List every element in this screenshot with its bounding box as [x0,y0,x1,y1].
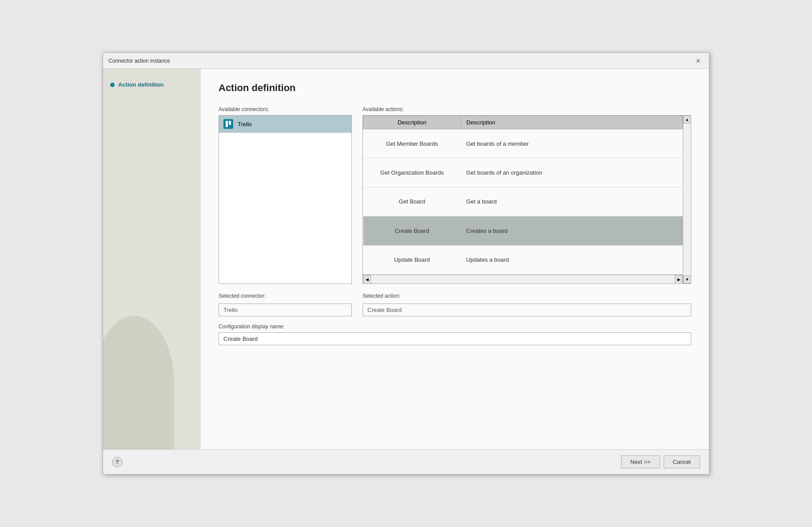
vertical-scrollbar: ▲ ▼ [683,116,691,283]
selected-fields-section: Selected connector: Selected action: [219,293,691,316]
horizontal-scrollbar: ◀ ▶ [363,275,683,283]
action-row-2[interactable]: Get Board Get a board [363,187,683,216]
main-content: Action definition Available connectors: [201,69,709,449]
next-button[interactable]: Next >> [621,455,660,468]
action-desc-2: Get a board [461,187,683,216]
selected-action-label: Selected action: [362,293,691,299]
sidebar-decoration [103,316,174,449]
selected-connector-label: Selected connector: [219,293,352,299]
config-display-name-label: Configuration display name: [219,323,691,330]
col-header-name: Description [363,116,461,129]
main-area: Action definition Action definition Avai… [103,69,709,449]
actions-table-outer: Description Description Get Member Board… [362,115,691,284]
connector-trello[interactable]: Trello [219,116,351,133]
connector-name: Trello [238,121,252,128]
action-row-4[interactable]: Update Board Updates a board [363,245,683,274]
title-bar: Connector action instance ✕ [103,53,709,69]
action-row-3[interactable]: Create Board Creates a board [363,216,683,245]
dialog-window: Connector action instance ✕ Action defin… [103,52,709,475]
action-desc-0: Get boards of a member [461,129,683,158]
selected-connector-input[interactable] [219,303,352,316]
trello-icon-inner [226,121,231,127]
config-display-name-input[interactable] [219,332,691,345]
selected-action-input[interactable] [362,303,691,316]
page-title: Action definition [219,82,691,94]
scroll-vertical-track [683,124,691,275]
help-button[interactable]: ? [112,457,123,467]
selected-action-group: Selected action: [362,293,691,316]
actions-panel: Available actions: Description Descripti… [362,106,691,284]
actions-label: Available actions: [362,106,691,112]
trello-icon [223,119,233,129]
action-name-0: Get Member Boards [363,129,461,158]
action-name-4: Update Board [363,245,461,274]
action-name-2: Get Board [363,187,461,216]
connectors-actions-section: Available connectors: Trello [219,106,691,284]
config-section: Configuration display name: [219,323,691,345]
trello-bar-left [226,121,228,127]
action-desc-1: Get boards of an organization [461,158,683,187]
scroll-up-button[interactable]: ▲ [683,116,691,124]
sidebar-dot-icon [110,83,115,87]
action-desc-3: Creates a board [461,216,683,245]
footer: ? Next >> Cancel [103,449,709,474]
actions-table: Description Description Get Member Board… [363,116,683,275]
sidebar: Action definition [103,69,201,449]
connectors-label: Available connectors: [219,106,352,112]
action-row-0[interactable]: Get Member Boards Get boards of a member [363,129,683,158]
sidebar-item-label: Action definition [118,81,164,88]
footer-right: Next >> Cancel [621,455,700,468]
trello-bar-right [229,121,231,125]
window-title: Connector action instance [108,58,170,64]
scroll-left-button[interactable]: ◀ [363,275,371,284]
connectors-panel: Available connectors: Trello [219,106,352,284]
selected-connector-group: Selected connector: [219,293,352,316]
action-name-1: Get Organization Boards [363,158,461,187]
close-button[interactable]: ✕ [693,56,704,65]
scroll-down-button[interactable]: ▼ [683,275,691,283]
footer-left: ? [112,457,123,467]
actions-table-content: Description Description Get Member Board… [363,116,683,283]
scroll-right-button[interactable]: ▶ [675,275,683,284]
action-name-3: Create Board [363,216,461,245]
connectors-list[interactable]: Trello [219,115,352,284]
action-desc-4: Updates a board [461,245,683,274]
cancel-button[interactable]: Cancel [664,455,700,468]
col-header-desc: Description [461,116,683,129]
sidebar-item-action-definition[interactable]: Action definition [103,78,201,92]
scroll-track [371,275,675,283]
action-row-1[interactable]: Get Organization Boards Get boards of an… [363,158,683,187]
